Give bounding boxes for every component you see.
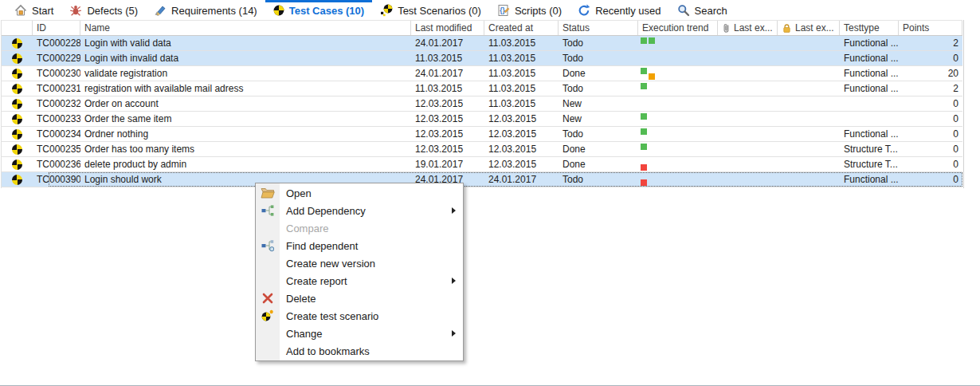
test-case-icon — [12, 175, 22, 185]
context-menu-item-label: Create new version — [280, 258, 375, 270]
context-menu-item-add-to-bookmarks[interactable]: Add to bookmarks — [256, 342, 463, 360]
cell-execution-trend — [638, 172, 718, 187]
cell-execution-trend — [638, 66, 718, 81]
cell-created-at: 12.03.2015 — [484, 142, 559, 156]
context-menu-item-label: Create report — [280, 275, 347, 287]
toolbar-tab-defects-5[interactable]: Defects (5) — [61, 0, 146, 21]
main-toolbar: Start Defects (5) Requirements (14) Test… — [0, 0, 735, 21]
column-header-label: Last modified — [415, 22, 472, 33]
toolbar-tab-label: Recently used — [595, 5, 661, 17]
column-header-label: Created at — [488, 22, 533, 33]
toolbar-tab-test-scenarios-0[interactable]: Test Scenarios (0) — [372, 0, 489, 21]
cell-id: TC000231 — [33, 81, 80, 96]
cell-created-at: 12.03.2015 — [484, 112, 559, 126]
context-menu-item-find-dependent[interactable]: Find dependent — [256, 237, 463, 254]
toolbar-tab-recently-used[interactable]: Recently used — [570, 0, 668, 21]
application-window: Start Defects (5) Requirements (14) Test… — [0, 0, 980, 386]
context-menu-item-create-report[interactable]: Create report — [256, 272, 463, 290]
toolbar-tab-requirements-14[interactable]: Requirements (14) — [146, 0, 265, 21]
toolbar-tab-label: Scripts (0) — [515, 5, 562, 17]
column-header-last-modified[interactable]: Last modified — [411, 21, 484, 35]
context-menu-item-change[interactable]: Change — [256, 325, 463, 342]
toolbar-tab-test-cases-10[interactable]: Test Cases (10) — [265, 0, 372, 21]
home-icon — [14, 4, 27, 17]
column-header-label: Last ex... — [795, 22, 834, 33]
test-case-icon — [12, 38, 22, 49]
table-row[interactable]: TC000228 Login with valid data 24.01.201… — [1, 36, 962, 51]
context-menu-item-create-test-scenario[interactable]: Create test scenario — [256, 307, 463, 325]
context-menu-item-label: Add to bookmarks — [280, 345, 370, 357]
trend-passed-square — [641, 128, 647, 135]
column-header-created-at[interactable]: Created at — [484, 21, 559, 35]
column-header-status[interactable]: Status — [559, 21, 638, 35]
column-header-label: Testtype — [844, 22, 880, 33]
test-cases-table: TC000228 Login with valid data 24.01.201… — [1, 36, 962, 187]
column-header-id[interactable]: ID — [33, 21, 80, 35]
cell-last-exec-locked — [778, 127, 840, 141]
column-header-points[interactable]: Points — [899, 21, 962, 35]
trend-passed-square — [641, 144, 647, 150]
table-row[interactable]: TC000231 registration with available mai… — [1, 81, 962, 96]
table-row[interactable]: TC000229 Login with invalid data 11.03.2… — [1, 51, 962, 66]
column-header-trend[interactable]: Execution trend — [638, 21, 718, 35]
context-menu-item-create-new-version[interactable]: Create new version — [256, 254, 463, 272]
toolbar-tab-scripts-0[interactable]: {} Scripts (0) — [489, 0, 570, 21]
table-row[interactable]: TC000232 Order on account 12.03.2015 11.… — [1, 96, 962, 112]
submenu-arrow-icon — [452, 330, 456, 337]
cell-status: Todo — [559, 127, 638, 141]
cell-created-at: 11.03.2015 — [484, 36, 559, 50]
cell-execution-trend — [638, 96, 718, 111]
column-header-icon[interactable] — [1, 21, 33, 35]
table-row[interactable]: TC000390 Login should work 24.01.2017 24… — [1, 172, 962, 187]
cell-type-icon — [1, 66, 33, 81]
column-header-last-exec-locked[interactable]: Last ex... — [778, 21, 840, 35]
requirement-icon — [154, 4, 167, 17]
cell-testtype: Functional ... — [840, 81, 899, 96]
table-row[interactable]: TC000233 Order the same item 12.03.2015 … — [1, 112, 962, 127]
cell-status: Todo — [559, 36, 638, 50]
cell-points: 0 — [899, 96, 962, 111]
cell-status: Done — [559, 157, 638, 171]
context-menu-item-open[interactable]: Open — [256, 184, 463, 202]
column-header-name[interactable]: Name — [80, 21, 411, 35]
toolbar-tab-search[interactable]: Search — [669, 0, 735, 21]
context-menu-item-label: Add Dependency — [280, 205, 366, 217]
cell-status: Todo — [559, 172, 638, 187]
table-row[interactable]: TC000230 validate registration 24.01.201… — [1, 66, 962, 81]
table-row[interactable]: TC000234 Ordner nothing 12.03.2015 12.03… — [1, 127, 962, 142]
column-header-last-exec-attachment[interactable]: Last ex... — [718, 21, 778, 35]
cell-last-exec-locked — [778, 112, 840, 126]
test-scenario-icon — [380, 4, 393, 17]
table-row[interactable]: TC000235 Order has too many items 12.03.… — [1, 142, 962, 157]
toolbar-tab-label: Defects (5) — [87, 5, 138, 17]
search-icon — [677, 4, 690, 17]
cell-last-exec-locked — [778, 81, 840, 96]
context-menu-item-label: Compare — [280, 223, 328, 234]
cell-execution-trend — [638, 36, 718, 50]
context-menu-item-add-dependency[interactable]: Add Dependency — [256, 202, 463, 219]
test-case-icon — [12, 129, 22, 140]
cell-execution-trend — [638, 127, 718, 141]
context-menu-item-delete[interactable]: Delete — [256, 290, 463, 307]
column-header-label: Points — [903, 22, 929, 33]
toolbar-tab-label: Search — [695, 5, 727, 17]
add-dependency-icon — [256, 204, 280, 217]
column-header-testtype[interactable]: Testtype — [840, 21, 899, 35]
cell-type-icon — [1, 157, 33, 171]
cell-name: registration with available mail adress — [80, 81, 411, 96]
table-row[interactable]: TC000236 delete product by admin 19.01.2… — [1, 157, 962, 172]
cell-status: Todo — [559, 51, 638, 65]
cell-type-icon — [1, 127, 33, 141]
cell-type-icon — [1, 142, 33, 156]
cell-name: validate registration — [80, 66, 411, 81]
cell-testtype: Functional ... — [840, 51, 899, 65]
cell-last-modified: 19.01.2017 — [411, 157, 484, 171]
cell-created-at: 12.03.2015 — [484, 157, 559, 171]
cell-points: 0 — [899, 51, 962, 65]
cell-last-exec-locked — [778, 96, 840, 111]
cell-last-modified: 24.01.2017 — [411, 66, 484, 81]
toolbar-tab-start[interactable]: Start — [6, 0, 61, 21]
cell-points: 0 — [899, 157, 962, 171]
cell-points: 2 — [899, 36, 962, 50]
cell-id: TC000235 — [33, 142, 80, 156]
